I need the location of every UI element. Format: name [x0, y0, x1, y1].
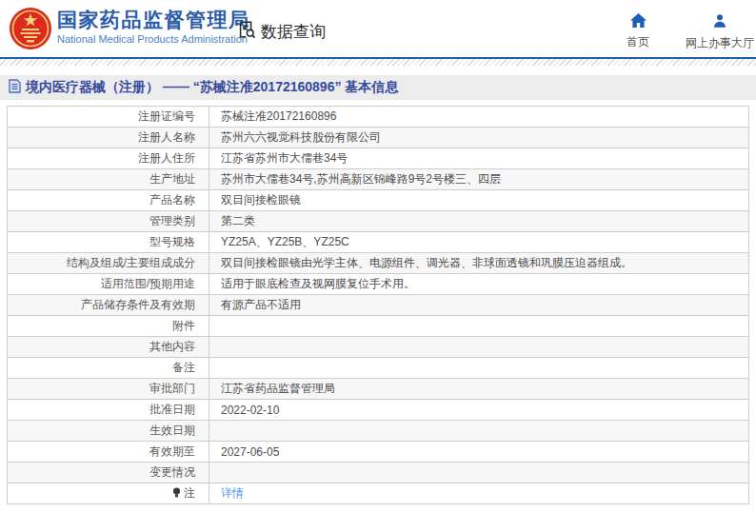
registration-info-table: 注册证编号苏械注准20172160896注册人名称苏州六六视觉科技股份有限公司注…	[7, 106, 749, 504]
breadcrumb: 境内医疗器械（注册） —— “苏械注准20172160896” 基本信息	[0, 75, 756, 100]
table-row: 产品名称双目间接检眼镜	[8, 190, 749, 211]
row-label: 生产地址	[8, 169, 209, 190]
table-row: 注册人住所江苏省苏州市大儒巷34号	[8, 148, 749, 169]
national-emblem-icon	[9, 7, 52, 50]
table-row: 结构及组成/主要组成成分双目间接检眼镜由光学主体、电源组件、调光器、非球面透镜和…	[8, 253, 749, 274]
row-label: 生效日期	[8, 421, 209, 442]
bulb-icon	[172, 487, 181, 501]
row-value: 苏州六六视觉科技股份有限公司	[209, 128, 749, 148]
data-query-label: 数据查询	[261, 21, 326, 43]
row-value	[209, 421, 749, 442]
row-label: 附件	[8, 316, 209, 337]
row-label: 管理类别	[8, 211, 209, 232]
table-row: 管理类别第二类	[8, 211, 749, 232]
person-icon	[712, 13, 727, 32]
row-value: 苏械注准20172160896	[209, 107, 749, 128]
home-icon	[630, 13, 647, 31]
row-label: 批准日期	[8, 400, 209, 421]
site-title-en: National Medical Products Administration	[57, 32, 250, 47]
row-value: 有源产品不适用	[209, 295, 749, 316]
row-label: 产品储存条件及有效期	[8, 295, 209, 316]
row-value: 苏州市大儒巷34号,苏州高新区锦峰路9号2号楼三、四层	[209, 169, 749, 190]
table-row: 生产地址苏州市大儒巷34号,苏州高新区锦峰路9号2号楼三、四层	[8, 169, 749, 190]
row-value: 江苏省药品监督管理局	[209, 379, 749, 400]
info-table-body: 注册证编号苏械注准20172160896注册人名称苏州六六视觉科技股份有限公司注…	[8, 107, 749, 504]
table-row: 注详情	[8, 483, 749, 504]
row-label: 适用范围/预期用途	[8, 274, 209, 295]
nav-item-service-hall[interactable]: 网上办事大厅	[684, 13, 756, 51]
row-value: 2027-06-05	[209, 442, 749, 463]
table-row: 产品储存条件及有效期有源产品不适用	[8, 295, 749, 316]
table-row: 型号规格YZ25A、YZ25B、YZ25C	[8, 232, 749, 253]
row-value: 2022-02-10	[209, 400, 749, 421]
row-label: 产品名称	[8, 190, 209, 211]
table-row: 备注	[8, 358, 749, 379]
page-title: 境内医疗器械（注册） —— “苏械注准20172160896” 基本信息	[26, 79, 398, 96]
brand-block: 国家药品监督管理局 National Medical Products Admi…	[57, 8, 250, 47]
row-value: 双目间接检眼镜由光学主体、电源组件、调光器、非球面透镜和巩膜压迫器组成。	[209, 253, 749, 274]
table-row: 附件	[8, 316, 749, 337]
row-value: YZ25A、YZ25B、YZ25C	[209, 232, 749, 253]
table-row: 生效日期	[8, 421, 749, 442]
row-label: 注册人名称	[8, 128, 209, 148]
top-nav: 首页 网上办事大厅	[609, 13, 756, 51]
hatch-stripe-band	[0, 59, 756, 66]
row-value: 第二类	[209, 211, 749, 232]
row-label: 注册证编号	[8, 107, 209, 128]
data-query-section[interactable]: 数据查询	[236, 19, 326, 44]
table-row: 变更情况	[8, 463, 749, 483]
table-row: 注册证编号苏械注准20172160896	[8, 107, 749, 128]
row-label: 结构及组成/主要组成成分	[8, 253, 209, 274]
row-label: 审批部门	[8, 379, 209, 400]
row-label: 备注	[8, 358, 209, 379]
row-label: 有效期至	[8, 442, 209, 463]
row-label: 注	[8, 483, 209, 504]
row-value	[209, 358, 749, 379]
table-row: 注册人名称苏州六六视觉科技股份有限公司	[8, 128, 749, 148]
document-icon	[9, 79, 21, 97]
row-label: 型号规格	[8, 232, 209, 253]
row-value	[209, 463, 749, 483]
row-label: 其他内容	[8, 337, 209, 358]
row-value: 适用于眼底检查及视网膜复位手术用。	[209, 274, 749, 295]
row-value: 双目间接检眼镜	[209, 190, 749, 211]
site-header: 国家药品监督管理局 National Medical Products Admi…	[0, 0, 756, 57]
data-query-icon	[236, 19, 257, 44]
nav-item-home[interactable]: 首页	[609, 13, 666, 51]
nav-item-label: 网上办事大厅	[686, 35, 754, 51]
site-title-zh: 国家药品监督管理局	[57, 8, 250, 32]
details-link[interactable]: 详情	[221, 486, 244, 500]
table-row: 审批部门江苏省药品监督管理局	[8, 379, 749, 400]
row-value	[209, 316, 749, 337]
table-row: 批准日期2022-02-10	[8, 400, 749, 421]
row-value: 江苏省苏州市大儒巷34号	[209, 148, 749, 169]
row-label: 变更情况	[8, 463, 209, 483]
table-row: 适用范围/预期用途适用于眼底检查及视网膜复位手术用。	[8, 274, 749, 295]
table-row: 有效期至2027-06-05	[8, 442, 749, 463]
row-value	[209, 337, 749, 358]
table-row: 其他内容	[8, 337, 749, 358]
nav-item-label: 首页	[627, 34, 649, 50]
row-label: 注册人住所	[8, 148, 209, 169]
row-value: 详情	[209, 483, 749, 504]
